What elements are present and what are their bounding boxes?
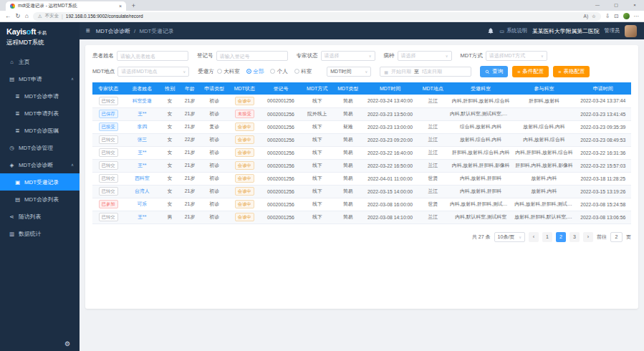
condition-config-button[interactable]: ≡ 条件配置 [512,66,549,77]
patient-name-link[interactable]: 王** [138,214,146,219]
page-button-3[interactable]: 3 [569,232,580,242]
read-aloud-icon[interactable]: A) [584,14,589,19]
radio-large-dept[interactable]: 大科室 [217,68,240,75]
sidebar-item-data-statistics[interactable]: ▥数据统计 [0,225,80,242]
sidebar-item-label: MDT会诊管理 [19,144,53,152]
page-size-select[interactable]: 10条/页 ∨ [494,232,525,242]
sidebar-item-mdt-consult-list[interactable]: ▤MDT会诊列表 [0,191,80,208]
apply-type-cell: 初诊 [201,133,229,146]
downloads-icon[interactable]: ⇩ [605,13,610,19]
table-header-row: 专家状态患者姓名性别年龄申请类型MDT状态登记号MDT方式MDT类型MDT时间M… [92,82,631,95]
gender-cell: 女 [160,133,179,146]
sidebar-item-mdt-consult-manage[interactable]: ◷MDT会诊管理 [0,139,80,156]
expert-status-select[interactable]: 请选择 ∨ [321,51,375,61]
patient-name-input[interactable] [117,51,188,61]
table-config-button[interactable]: ≡ 表格配置 [553,66,590,77]
apply-type-cell: 初诊 [201,159,229,172]
gender-cell: 女 [160,159,179,172]
search-button[interactable]: 查询 [480,66,508,77]
filter-bar-row-2: MDT地点 请选择MDT地点 ∨ 受邀方 大科室全部个人科室 MDT时间 [92,66,631,77]
data-statistics-icon: ▥ [9,231,15,237]
sidebar-item-mdt-consult-order[interactable]: ≣MDT会诊医嘱 [0,122,80,139]
sidebar-item-mdt-apply[interactable]: ▤MDT申请∧ [0,70,80,87]
patient-name-link[interactable]: 台湾人 [135,188,149,193]
radio-personal[interactable]: 个人 [270,68,288,75]
expert-status-cell: 已转交 [92,146,124,159]
filter-config-icon: ≡ [517,69,520,74]
back-icon[interactable]: ← [5,13,11,19]
patient-cell: 王** [124,146,160,159]
user-avatar[interactable] [625,25,637,37]
mdt-status-tag: 会诊中 [235,161,254,170]
mdt-mode-cell: 线下 [301,211,333,223]
disease-select[interactable]: 请选择 ∨ [398,51,452,61]
browser-menu-icon[interactable]: ⋯ [634,13,640,19]
mdt-time-cell: 2022-03-23 13:00:00 [362,120,417,133]
chevron-down-icon: ∨ [365,69,368,74]
register-no-input[interactable] [216,51,288,61]
table-row: 已转交王**女21岁初诊会诊中0002001256线下简易2022-03-22 … [92,159,631,172]
gear-icon[interactable]: ⚙ [64,340,70,347]
invited-depts-cell: 内科,放射科,肝胆科,影像科 [448,159,513,172]
page-button-1[interactable]: 1 [542,232,552,242]
sidebar-item-mdt-consult-diagnose[interactable]: ◈MDT会诊诊断∧ [0,156,80,173]
hamburger-icon[interactable]: ≡ [86,27,90,34]
system-help-link[interactable]: ▭ 系统说明 [499,27,527,34]
sidebar-item-follow-up-list[interactable]: ⋖随访列表 [0,208,80,225]
radio-all[interactable]: 全部 [246,68,264,75]
tab-favicon-icon [10,4,15,9]
patient-name-link[interactable]: 王** [138,111,146,116]
radio-dept[interactable]: 科室 [294,68,312,75]
browser-tab[interactable]: mdt受邀记录 - 远程MDT系统 × [6,1,126,11]
patient-name-link[interactable]: 李四 [137,124,147,129]
table-row: 已转交科室受邀女21岁初诊会诊中0002001256线下简易2022-03-24… [92,95,631,107]
window-close-button[interactable]: × [625,0,644,11]
window-maximize-button[interactable]: ▢ [607,0,625,11]
patient-name-link[interactable]: 王** [138,163,146,168]
window-minimize-button[interactable]: — [588,0,607,11]
joined-depts-cell: 内科,放射科,综合科 [513,133,575,146]
home-icon[interactable]: ⌂ [25,13,29,19]
jump-page-input[interactable] [610,232,623,242]
date-range-picker[interactable]: ▦ 开始日期 至 结束日期 [380,67,471,77]
sidebar-item-mdt-invited-records[interactable]: ▣MDT受邀记录 [0,173,80,191]
sidebar-item-label: 随访列表 [19,213,41,221]
expert-status-cell: 已参加 [92,198,124,211]
mdt-mode-select[interactable]: 请选择MDT方式 ∨ [486,51,547,61]
bell-icon[interactable] [487,27,494,34]
new-tab-button[interactable]: + [129,1,138,11]
apply-time-cell: 2022-03-08 15:24:58 [575,198,631,211]
patient-name-link[interactable]: 王** [138,150,146,155]
refresh-icon[interactable]: ↻ [16,13,21,19]
address-bar[interactable]: ⚠ 不安全 | 192.168.0.156:9002/consulate/rec… [33,12,601,21]
expert-status-tag: 已接受 [99,122,118,131]
browser-profile-avatar[interactable] [623,13,630,19]
bookmark-star-icon[interactable]: ☆ [592,14,596,19]
patient-name-link[interactable]: 可乐 [137,201,147,206]
sidebar-item-home[interactable]: ⌂主页 [0,53,80,70]
mdt-mode-cell: 线下 [301,133,333,146]
register-no-cell: 0002001256 [261,211,301,223]
gender-cell: 女 [160,95,179,107]
register-no-cell: 0002001256 [261,107,301,120]
tab-close-icon[interactable]: × [119,4,122,9]
age-cell: 21岁 [179,95,200,107]
age-cell: 21岁 [179,211,200,223]
patient-name-link[interactable]: 科室受邀 [133,98,152,103]
expert-status-cell: 已转交 [92,185,124,198]
prev-page-button[interactable]: ‹ [529,232,539,242]
sidebar-item-mdt-apply-list[interactable]: ≣MDT申请列表 [0,105,80,122]
expert-status-tag: 已转交 [99,97,118,105]
patient-name-link[interactable]: 西科室 [135,176,149,181]
time-type-select[interactable]: MDT时间 ∨ [327,67,371,77]
patient-name-link[interactable]: 张三 [137,137,147,142]
mdt-place-select[interactable]: 请选择MDT地点 ∨ [117,67,189,77]
extensions-icon[interactable]: ⊡ [614,13,618,19]
sidebar-item-mdt-consult-apply[interactable]: ≣MDT会诊申请 [0,87,80,105]
next-page-button[interactable]: › [583,232,593,242]
tab-strip: mdt受邀记录 - 远程MDT系统 × + — ▢ × [0,0,644,11]
register-no-cell: 0002001256 [261,159,301,172]
page-button-2[interactable]: 2 [556,232,566,242]
window-controls: — ▢ × [588,0,644,11]
breadcrumb-parent[interactable]: MDT会诊诊断 [96,28,130,34]
